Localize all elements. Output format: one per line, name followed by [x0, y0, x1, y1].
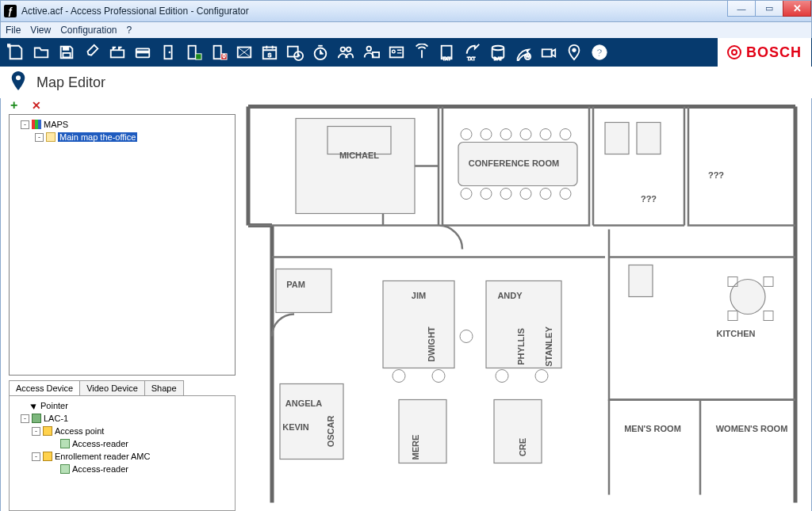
schedule-icon[interactable]: S — [258, 40, 282, 64]
delete-map-button[interactable]: ✕ — [32, 99, 41, 112]
menu-configuration[interactable]: Configuration — [60, 25, 117, 36]
menu-help[interactable]: ? — [127, 25, 132, 36]
collapse-icon[interactable]: - — [32, 452, 40, 461]
door-icon[interactable] — [156, 40, 180, 64]
menu-file[interactable]: File — [6, 25, 21, 36]
add-map-button[interactable]: + — [10, 98, 17, 112]
tree-row[interactable]: - MAPS — [11, 118, 233, 131]
minimize-button[interactable]: — — [727, 1, 756, 17]
svg-rect-52 — [637, 123, 661, 154]
device-tabs: Access Device Video Device Shape — [9, 380, 236, 395]
clock-icon[interactable] — [308, 40, 332, 64]
svg-rect-64 — [764, 277, 773, 287]
map-pin-icon[interactable] — [562, 40, 586, 64]
label-mens: MEN'S ROOM — [624, 424, 681, 433]
map-canvas[interactable]: MICHAEL CONFERENCE ROOM ??? ??? — [240, 98, 811, 511]
device-tree[interactable]: Pointer - LAC-1 - Access point Access-re… — [9, 395, 236, 511]
label-conference: CONFERENCE ROOM — [469, 158, 559, 168]
window-titlebar: ƒ Active.acf - Access Professional Editi… — [0, 0, 812, 22]
label-kevin: KEVIN — [282, 422, 309, 432]
sidebar: + ✕ - MAPS - Main map the-office Access … — [1, 98, 240, 511]
collapse-icon[interactable]: - — [35, 133, 44, 142]
svg-rect-4 — [136, 51, 150, 53]
export-txt-icon[interactable]: TXT — [461, 40, 485, 64]
menu-view[interactable]: View — [30, 25, 51, 36]
label-oscar: OSCAR — [326, 416, 335, 448]
database-icon[interactable]: DAT — [486, 40, 510, 64]
write-icon[interactable]: W — [511, 40, 535, 64]
svg-point-59 — [496, 370, 508, 383]
door-green-icon[interactable] — [182, 40, 205, 64]
main-toolbar: 0 S TXT TXT DAT W ? BOSCH — [0, 38, 812, 67]
svg-point-48 — [520, 189, 531, 200]
svg-point-57 — [460, 330, 473, 343]
svg-point-44 — [560, 129, 571, 140]
tree-row[interactable]: - Main map the-office — [11, 131, 233, 143]
help-icon[interactable]: ? — [588, 40, 611, 64]
tab-access-device[interactable]: Access Device — [9, 380, 80, 395]
tree-row[interactable]: - LAC-1 — [11, 412, 233, 425]
svg-point-35 — [16, 75, 21, 80]
tree-toolbar: + ✕ — [9, 98, 236, 112]
tree-row[interactable]: Access-reader — [11, 437, 233, 450]
reader-icon — [60, 464, 70, 474]
id-card-icon[interactable] — [385, 40, 408, 64]
calendar-clock-icon[interactable] — [283, 40, 307, 64]
tab-video-device[interactable]: Video Device — [79, 380, 145, 395]
svg-rect-61 — [629, 265, 653, 297]
hardware-icon[interactable] — [105, 40, 129, 64]
svg-point-27 — [492, 46, 504, 51]
new-icon[interactable] — [4, 40, 28, 64]
tree-row[interactable]: Access-reader — [11, 463, 233, 475]
label-jim: JIM — [412, 291, 426, 300]
person-card-icon[interactable] — [359, 40, 383, 64]
camera-icon[interactable] — [537, 40, 561, 64]
tree-row[interactable]: - Access point — [11, 425, 233, 437]
tree-label: Access-reader — [72, 464, 128, 474]
label-mere: MERE — [411, 435, 420, 460]
report-txt-icon[interactable]: TXT — [435, 40, 459, 64]
svg-rect-2 — [111, 50, 124, 57]
tree-label: Enrollement reader AMC — [55, 452, 150, 461]
svg-rect-51 — [605, 123, 629, 154]
door-red-icon[interactable]: 0 — [207, 40, 231, 64]
label-q1: ??? — [708, 170, 724, 180]
svg-rect-53 — [276, 269, 331, 313]
svg-point-50 — [560, 189, 571, 200]
open-icon[interactable] — [29, 40, 53, 64]
svg-rect-31 — [542, 49, 552, 56]
tree-label: MAPS — [44, 120, 68, 129]
collapse-icon[interactable]: - — [21, 120, 29, 129]
tree-label: Access-reader — [72, 439, 128, 448]
card-icon[interactable] — [131, 40, 155, 64]
label-phyllis: PHYLLIS — [516, 328, 526, 364]
label-cre: CRE — [518, 438, 527, 456]
label-angela: ANGELA — [285, 399, 323, 408]
maps-root-icon — [32, 120, 41, 129]
collapse-icon[interactable]: - — [21, 414, 29, 423]
antenna-icon[interactable] — [410, 40, 434, 64]
tree-row[interactable]: Pointer — [11, 399, 233, 412]
collapse-icon[interactable]: - — [32, 427, 40, 436]
svg-point-42 — [520, 129, 531, 140]
tree-row[interactable]: - Enrollement reader AMC — [11, 450, 233, 463]
area-icon[interactable] — [232, 40, 256, 64]
svg-point-6 — [169, 51, 170, 53]
app-icon: ƒ — [4, 5, 17, 17]
tab-shape[interactable]: Shape — [144, 380, 184, 395]
svg-point-20 — [367, 47, 372, 51]
save-icon[interactable] — [55, 40, 79, 64]
svg-text:W: W — [526, 54, 530, 59]
svg-text:?: ? — [596, 47, 603, 59]
page-header: Map Editor — [0, 67, 812, 98]
svg-rect-7 — [189, 46, 196, 59]
lac-icon — [32, 414, 41, 423]
floorplan-drawing: MICHAEL CONFERENCE ROOM ??? ??? — [240, 98, 811, 511]
map-pin-icon — [11, 71, 25, 94]
svg-point-23 — [393, 50, 396, 53]
settings-icon[interactable] — [80, 40, 104, 64]
maximize-button[interactable]: ▭ — [755, 1, 783, 17]
close-button[interactable]: ✕ — [783, 1, 811, 17]
maps-tree[interactable]: - MAPS - Main map the-office — [9, 114, 236, 376]
persons-icon[interactable] — [334, 40, 358, 64]
